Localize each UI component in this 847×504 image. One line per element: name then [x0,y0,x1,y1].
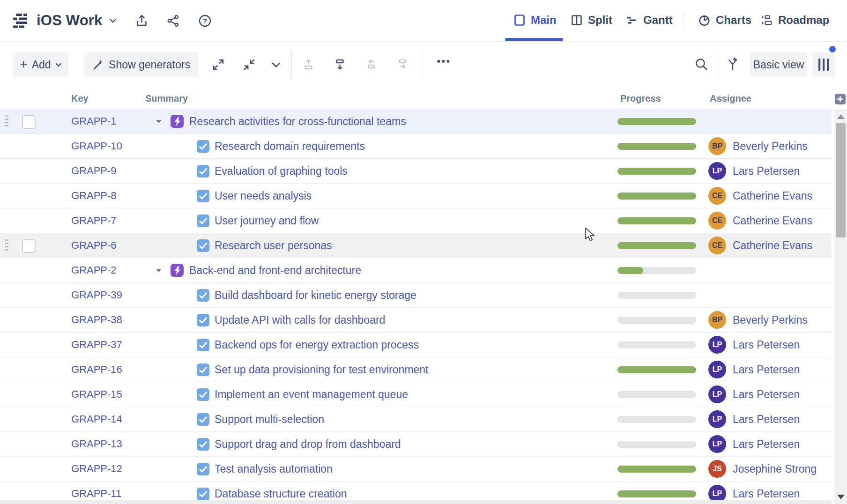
drag-handle-icon[interactable] [5,115,11,128]
table-row[interactable]: GRAPP-2Back-end and front-end architectu… [0,258,832,283]
issue-summary[interactable]: Update API with calls for dashboard [215,308,385,332]
tab-roadmap[interactable]: Roadmap [761,0,829,40]
share-icon[interactable] [167,15,179,27]
assignee-avatar[interactable]: CE [708,237,726,254]
issue-key[interactable]: GRAPP-1 [71,109,117,133]
issue-key[interactable]: GRAPP-6 [71,233,117,258]
assignee-avatar[interactable]: LP [708,435,726,453]
task-status-checkbox[interactable] [197,215,209,227]
expand-all-icon[interactable] [212,58,225,71]
table-row[interactable]: GRAPP-16Set up data provisioning for tes… [0,357,832,382]
issue-key[interactable]: GRAPP-37 [71,333,122,357]
assignee-name[interactable]: Lars Petersen [733,382,800,407]
issue-key[interactable]: GRAPP-10 [71,134,122,158]
table-row[interactable]: GRAPP-38Update API with calls for dashbo… [0,308,832,333]
column-header-summary[interactable]: Summary [145,88,188,109]
tab-charts[interactable]: Charts [698,0,751,40]
table-row[interactable]: GRAPP-37Backend ops for energy extractio… [0,333,832,357]
move-in-icon[interactable] [396,58,409,71]
issue-key[interactable]: GRAPP-8 [71,184,117,208]
scroll-up-arrow-icon[interactable] [837,114,845,119]
filter-icon[interactable] [726,57,739,71]
issue-key[interactable]: GRAPP-16 [71,357,122,382]
issue-summary[interactable]: Implement an event management queue [215,382,408,407]
assignee-name[interactable]: Lars Petersen [733,407,800,431]
task-status-checkbox[interactable] [197,488,209,500]
issue-key[interactable]: GRAPP-12 [71,457,122,481]
task-status-checkbox[interactable] [197,190,209,202]
expand-menu-chevron-icon[interactable] [272,62,281,68]
tab-gantt[interactable]: Gantt [626,0,673,40]
assignee-name[interactable]: Lars Petersen [733,357,800,382]
add-column-button[interactable] [835,94,846,104]
issue-key[interactable]: GRAPP-7 [71,208,117,233]
table-row[interactable]: GRAPP-9Evaluation of graphing toolsLPLar… [0,159,832,184]
search-icon[interactable] [694,57,708,71]
task-status-checkbox[interactable] [197,165,209,178]
table-row[interactable]: GRAPP-8User needs analysisCECatherine Ev… [0,184,832,208]
column-header-assignee[interactable]: Assignee [710,88,751,109]
assignee-avatar[interactable]: BP [708,311,726,329]
issue-summary[interactable]: Build dashboard for kinetic energy stora… [215,283,416,307]
table-row[interactable]: GRAPP-1Research activities for cross-fun… [0,109,832,134]
assignee-name[interactable]: Catherine Evans [733,233,812,258]
issue-summary[interactable]: Research user personas [215,233,332,258]
move-up-icon[interactable] [302,58,315,71]
issue-summary[interactable]: User needs analysis [215,184,312,208]
move-out-icon[interactable] [365,58,378,71]
table-row[interactable]: GRAPP-13Support drag and drop from dashb… [0,432,832,457]
issue-summary[interactable]: Support multi-selection [215,407,324,431]
issue-summary[interactable]: Test analysis automation [215,457,333,481]
columns-button[interactable] [812,52,835,77]
assignee-name[interactable]: Beverly Perkins [733,134,808,158]
assignee-name[interactable]: Beverly Perkins [733,308,808,332]
add-button[interactable]: + Add [13,52,68,77]
issue-key[interactable]: GRAPP-38 [71,308,122,332]
tab-main[interactable]: Main [513,0,557,40]
task-status-checkbox[interactable] [197,140,209,153]
column-header-key[interactable]: Key [71,88,89,109]
task-status-checkbox[interactable] [197,239,209,252]
issue-key[interactable]: GRAPP-9 [71,159,117,183]
more-actions-button[interactable]: ⋯ [432,53,455,69]
assignee-name[interactable]: Catherine Evans [733,184,812,208]
assignee-name[interactable]: Catherine Evans [733,208,812,233]
basic-view-button[interactable]: Basic view [750,52,807,77]
task-status-checkbox[interactable] [197,413,209,426]
move-down-icon[interactable] [334,58,346,71]
row-select-checkbox[interactable] [22,239,36,253]
collapse-chevron-icon[interactable] [156,268,162,273]
issue-summary[interactable]: Research activities for cross-functional… [189,109,406,133]
issue-summary[interactable]: Backend ops for energy extraction proces… [215,333,419,357]
column-header-progress[interactable]: Progress [620,88,661,109]
assignee-avatar[interactable]: BP [708,137,726,155]
drag-handle-icon[interactable] [5,239,11,252]
tab-split[interactable]: Split [571,0,612,40]
task-status-checkbox[interactable] [197,314,209,326]
issue-key[interactable]: GRAPP-14 [71,407,122,431]
task-status-checkbox[interactable] [197,463,209,475]
help-icon[interactable]: ? [198,14,212,28]
collapse-all-icon[interactable] [243,58,256,71]
issue-summary[interactable]: Back-end and front-end architecture [189,258,361,282]
assignee-name[interactable]: Lars Petersen [733,432,800,456]
assignee-avatar[interactable]: CE [708,187,726,205]
task-status-checkbox[interactable] [197,388,209,401]
structure-switcher-chevron-icon[interactable] [109,18,117,23]
issue-key[interactable]: GRAPP-15 [71,382,122,407]
issue-key[interactable]: GRAPP-39 [71,283,122,307]
assignee-avatar[interactable]: LP [708,410,726,428]
row-select-checkbox[interactable] [22,115,36,129]
issue-key[interactable]: GRAPP-13 [71,432,122,456]
task-status-checkbox[interactable] [197,289,209,302]
table-row[interactable]: GRAPP-6Research user personasCECatherine… [0,233,832,258]
table-row[interactable]: GRAPP-7User journey and flowCECatherine … [0,208,832,233]
assignee-avatar[interactable]: CE [708,212,726,230]
issue-summary[interactable]: Set up data provisioning for test enviro… [215,357,428,382]
collapse-chevron-icon[interactable] [156,119,162,124]
vertical-scrollbar[interactable] [834,109,847,504]
scroll-down-arrow-icon[interactable] [837,495,845,499]
table-row[interactable]: GRAPP-15Implement an event management qu… [0,382,832,407]
horizontal-scrollbar[interactable] [0,500,832,504]
export-icon[interactable] [135,14,148,28]
